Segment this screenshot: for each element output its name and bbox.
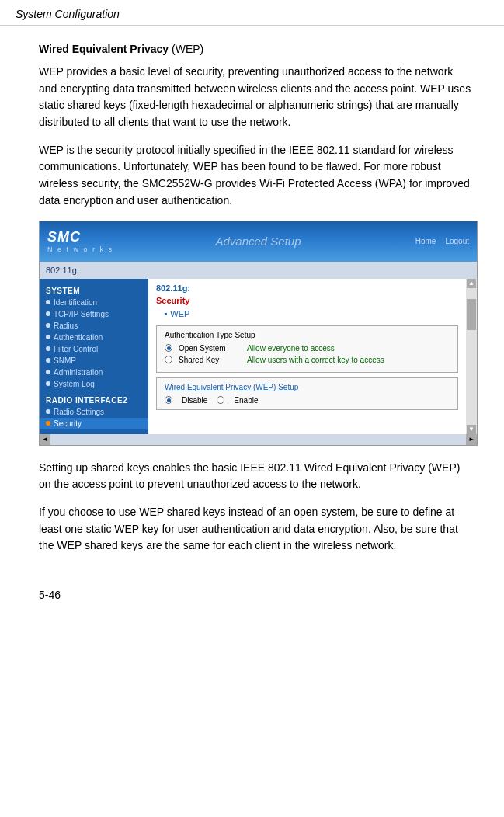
paragraph-3: Setting up shared keys enables the basic… — [39, 460, 473, 493]
sidebar-label-radio-settings: Radio Settings — [54, 408, 104, 416]
bullet-authentication — [46, 335, 50, 339]
auth-type-title: Authentication Type Setup — [165, 331, 450, 339]
sidebar-item-administration[interactable]: Administration — [40, 367, 148, 378]
bullet-radio-settings — [46, 409, 50, 414]
page-number: 5-46 — [39, 589, 61, 601]
home-link[interactable]: Home — [415, 237, 436, 245]
disable-enable-row: Disable Enable — [165, 396, 450, 405]
disable-radio[interactable] — [165, 396, 172, 404]
paragraph-2: WEP is the security protocol initially s… — [39, 142, 473, 210]
smc-logo-text: SMC — [47, 229, 81, 245]
sidebar-item-radio-settings[interactable]: Radio Settings — [40, 406, 148, 418]
smc-main-content: 802.11g: Security ▪ WEP Authentication T… — [148, 279, 466, 434]
bullet-identification — [46, 300, 50, 304]
bullet-filter-control — [46, 346, 50, 351]
sidebar-item-filter-control[interactable]: Filter Control — [40, 343, 148, 355]
smc-nav-bar: 802.11g: — [40, 262, 477, 279]
smc-header-title: Advanced Setup — [215, 235, 301, 248]
open-system-radio[interactable] — [165, 344, 172, 352]
nav-bar-label: 802.11g: — [46, 266, 79, 275]
page-header: System Configuration — [0, 0, 504, 26]
smc-body: SYSTEM Identification TCP/IP Settings Ra… — [40, 279, 477, 434]
sidebar-label-system-log: System Log — [54, 380, 95, 388]
open-system-desc: Allow everyone to access — [247, 344, 335, 353]
scroll-thumb[interactable] — [467, 299, 476, 330]
smc-section-label: Security — [156, 296, 458, 305]
sidebar-label-administration: Administration — [54, 368, 103, 377]
sidebar-group-system: SYSTEM — [40, 283, 148, 297]
subsection-bullet: ▪ — [164, 308, 167, 319]
sidebar-label-filter-control: Filter Control — [54, 345, 98, 353]
bullet-radius — [46, 323, 50, 328]
shared-key-row: Shared Key Allow users with a correct ke… — [165, 356, 450, 364]
sidebar-label-security: Security — [54, 419, 82, 428]
subsection-wep-label: WEP — [170, 309, 189, 318]
smc-bottom-bar: ◄ ► — [40, 434, 477, 445]
scroll-down-arrow[interactable]: ▼ — [467, 425, 476, 434]
smc-header-nav: Home Logout — [415, 237, 469, 245]
sidebar-item-security[interactable]: Security — [40, 418, 148, 429]
paragraph-4: If you choose to use WEP shared keys ins… — [39, 504, 473, 555]
scroll-right-arrow[interactable]: ► — [466, 434, 477, 445]
auth-type-section: Authentication Type Setup Open System Al… — [156, 325, 458, 373]
sidebar-item-authentication[interactable]: Authentication — [40, 332, 148, 343]
shared-key-radio[interactable] — [165, 356, 172, 363]
open-system-label: Open System — [179, 344, 241, 353]
sidebar-item-tcpip[interactable]: TCP/IP Settings — [40, 308, 148, 320]
sidebar-item-snmp[interactable]: SNMP — [40, 355, 148, 367]
section-heading-normal: (WEP) — [169, 43, 203, 55]
sidebar-label-identification: Identification — [54, 298, 97, 307]
bullet-system-log — [46, 381, 50, 386]
bullet-security — [46, 421, 50, 426]
smc-scrollbar[interactable]: ▲ ▼ — [466, 279, 477, 434]
sidebar-item-system-log[interactable]: System Log — [40, 378, 148, 390]
sidebar-item-identification[interactable]: Identification — [40, 297, 148, 308]
wep-setup-section: Wired Equivalent Privacy (WEP) Setup Dis… — [156, 377, 458, 410]
section-heading: Wired Equivalent Privacy (WEP) — [39, 41, 473, 57]
sidebar-label-tcpip: TCP/IP Settings — [54, 310, 109, 318]
page-footer: 5-46 — [0, 581, 504, 609]
paragraph-1: WEP provides a basic level of security, … — [39, 64, 473, 131]
enable-label: Enable — [234, 396, 258, 405]
shared-key-label: Shared Key — [179, 356, 241, 364]
scroll-left-arrow[interactable]: ◄ — [40, 434, 50, 445]
smc-subsection-wep: ▪ WEP — [156, 308, 458, 319]
sidebar-group-radio: RADIO INTERFACE2 — [40, 393, 148, 406]
open-system-row: Open System Allow everyone to access — [165, 344, 450, 353]
smc-breadcrumb: 802.11g: — [156, 283, 458, 293]
sidebar-label-radius: Radius — [54, 322, 78, 330]
bullet-tcpip — [46, 311, 50, 316]
smc-logo: SMC N e t w o r k s — [47, 229, 113, 253]
shared-key-desc: Allow users with a correct key to access — [247, 356, 384, 364]
sidebar-label-snmp: SNMP — [54, 356, 76, 365]
sidebar-label-authentication: Authentication — [54, 333, 103, 342]
bullet-administration — [46, 370, 50, 374]
horizontal-scrollbar-track — [50, 436, 466, 443]
smc-header: SMC N e t w o r k s Advanced Setup Home … — [40, 221, 477, 262]
logout-link[interactable]: Logout — [445, 237, 469, 245]
section-heading-bold: Wired Equivalent Privacy — [39, 43, 169, 55]
enable-radio[interactable] — [217, 396, 224, 404]
smc-logo-sub: N e t w o r k s — [47, 245, 113, 253]
chapter-title: System Configuration — [16, 8, 120, 20]
sidebar-item-radius[interactable]: Radius — [40, 320, 148, 332]
scroll-up-arrow[interactable]: ▲ — [467, 279, 476, 288]
bullet-snmp — [46, 358, 50, 363]
wep-setup-title: Wired Equivalent Privacy (WEP) Setup — [165, 383, 450, 391]
screenshot: SMC N e t w o r k s Advanced Setup Home … — [39, 221, 478, 446]
disable-label: Disable — [182, 396, 207, 405]
smc-sidebar: SYSTEM Identification TCP/IP Settings Ra… — [40, 279, 148, 434]
